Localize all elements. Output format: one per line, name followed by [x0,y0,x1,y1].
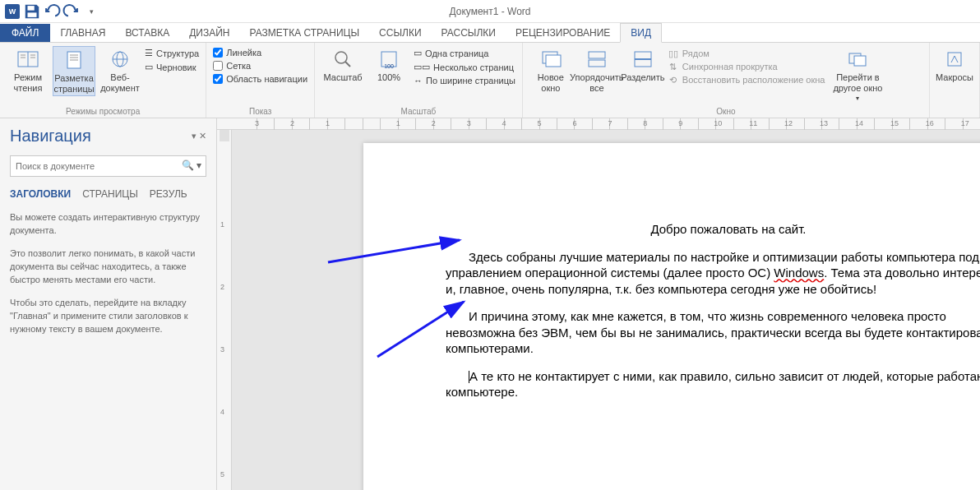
svg-rect-21 [589,52,605,58]
outline-button[interactable]: ☰Структура [145,48,199,58]
nav-search-input[interactable] [10,155,206,177]
page-width-icon: ↔ [414,76,423,86]
group-macros: Макросы [930,43,980,118]
nav-tab-results[interactable]: РЕЗУЛЬ [150,188,187,200]
word-logo: W [3,2,21,21]
macros-button[interactable]: Макросы [936,46,973,85]
zoom-100-button[interactable]: 100 100% [368,46,410,85]
undo-button[interactable] [43,2,61,21]
multi-page-icon: ▭▭ [414,62,430,72]
group-window-label: Окно [529,105,922,116]
ribbon-tabs: ФАЙЛ ГЛАВНАЯ ВСТАВКА ДИЗАЙН РАЗМЕТКА СТР… [0,23,980,43]
tab-design[interactable]: ДИЗАЙН [179,24,239,42]
one-page-button[interactable]: ▭Одна страница [414,48,515,58]
tab-mailings[interactable]: РАССЫЛКИ [432,24,506,42]
nav-help-text: Вы можете создать интерактивную структур… [10,211,206,336]
tab-view[interactable]: ВИД [620,23,662,43]
titlebar: W ▾ Документ1 - Word [0,0,980,23]
main-area: Навигация ▾ ✕ 🔍 ▾ ЗАГОЛОВКИ СТРАНИЦЫ РЕЗ… [0,118,980,490]
svg-rect-0 [28,6,35,11]
svg-rect-26 [854,56,866,66]
outline-icon: ☰ [145,48,153,58]
navpane-checkbox[interactable]: Область навигации [213,74,307,84]
doc-paragraph-2: Здесь собраны лучшие материалы по настро… [446,249,980,298]
page-width-button[interactable]: ↔По ширине страницы [414,76,515,86]
quick-access-toolbar: W ▾ [0,2,100,21]
nav-close-button[interactable]: ▾ ✕ [192,131,206,141]
one-page-icon: ▭ [414,48,422,58]
switch-icon [844,48,871,71]
doc-paragraph-3: И причина этому, как мне кажется, в том,… [446,308,980,357]
multi-page-button[interactable]: ▭▭Несколько страниц [414,62,515,72]
side-icon: ▯▯ [668,48,679,59]
read-mode-button[interactable]: Режим чтения [7,46,49,95]
zoom-button[interactable]: Масштаб [321,46,364,85]
draft-button[interactable]: ▭Черновик [145,62,199,72]
navigation-pane: Навигация ▾ ✕ 🔍 ▾ ЗАГОЛОВКИ СТРАНИЦЫ РЕЗ… [0,118,217,490]
group-zoom: Масштаб 100 100% ▭Одна страница ▭▭Нескол… [315,43,523,118]
nav-tab-headings[interactable]: ЗАГОЛОВКИ [10,188,71,200]
ribbon: Режим чтения Разметка страницы Веб-докум… [0,43,980,118]
svg-rect-27 [948,53,961,66]
svg-point-15 [335,52,347,63]
new-window-button[interactable]: Новое окно [529,46,572,95]
nav-tab-pages[interactable]: СТРАНИЦЫ [82,188,138,200]
web-layout-label: Веб-документ [100,72,140,93]
read-mode-icon [15,48,41,71]
arrange-icon [584,48,610,71]
group-views-label: Режимы просмотра [7,105,199,116]
horizontal-ruler[interactable]: 3 2 1 1 2 3 4 5 6 7 8 9 10 11 12 13 14 1… [217,118,980,130]
zoom-icon [330,48,356,71]
doc-paragraph-4: А те кто не контактирует с ними, как пра… [446,368,980,400]
tab-layout[interactable]: РАЗМЕТКА СТРАНИЦЫ [240,24,370,42]
print-layout-icon [61,49,87,72]
reset-icon: ⟲ [668,74,679,86]
macros-icon [941,48,968,71]
redo-button[interactable] [62,2,81,21]
nav-tabs: ЗАГОЛОВКИ СТРАНИЦЫ РЕЗУЛЬ [10,188,206,200]
split-button[interactable]: Разделить [622,46,664,85]
qat-customize[interactable]: ▾ [82,2,100,21]
arrange-all-button[interactable]: Упорядочить все [576,46,618,95]
group-views: Режим чтения Разметка страницы Веб-докум… [0,43,206,118]
reset-window-button: ⟲Восстановить расположение окна [668,74,825,86]
svg-rect-20 [546,55,561,67]
svg-line-16 [345,62,350,67]
vertical-ruler[interactable]: 1 2 3 4 5 [217,130,232,490]
tab-review[interactable]: РЕЦЕНЗИРОВАНИЕ [506,24,620,42]
svg-text:100: 100 [384,63,394,69]
document-area[interactable]: 3 2 1 1 2 3 4 5 6 7 8 9 10 11 12 13 14 1… [217,118,980,490]
group-show-label: Показ [213,105,307,116]
search-icon[interactable]: 🔍 ▾ [182,159,201,171]
draft-icon: ▭ [145,62,153,72]
doc-paragraph-1: Добро пожаловать на сайт. [446,221,980,238]
print-layout-label: Разметка страницы [53,73,94,94]
sync-scroll-button: ⇅Синхронная прокрутка [668,61,825,72]
group-zoom-label: Масштаб [321,105,515,116]
svg-rect-22 [589,60,605,67]
read-mode-label: Режим чтения [8,72,48,93]
zoom-100-icon: 100 [376,48,402,71]
svg-rect-1 [28,12,37,17]
tab-references[interactable]: ССЫЛКИ [369,24,431,42]
group-window: Новое окно Упорядочить все Разделить ▯▯Р… [523,43,930,118]
window-title: Документ1 - Word [449,6,530,17]
tab-insert[interactable]: ВСТАВКА [115,24,179,42]
nav-title: Навигация [10,127,91,146]
switch-window-button[interactable]: Перейти в другое окно▾ [828,46,887,104]
spell-error: Windows [774,266,824,280]
side-by-side-button: ▯▯Рядом [668,48,825,59]
page[interactable]: Добро пожаловать на сайт. Здесь собраны … [363,143,980,490]
new-window-icon [538,48,564,71]
split-icon [630,48,656,71]
sync-icon: ⇅ [668,61,679,72]
gridlines-checkbox[interactable]: Сетка [213,61,307,71]
ruler-checkbox[interactable]: Линейка [213,48,307,58]
tab-home[interactable]: ГЛАВНАЯ [50,24,115,42]
tab-file[interactable]: ФАЙЛ [0,24,50,42]
web-layout-button[interactable]: Веб-документ [99,46,141,95]
save-button[interactable] [23,2,41,21]
print-layout-button[interactable]: Разметка страницы [53,46,95,96]
web-layout-icon [107,48,133,71]
group-show: Линейка Сетка Область навигации Показ [206,43,315,118]
